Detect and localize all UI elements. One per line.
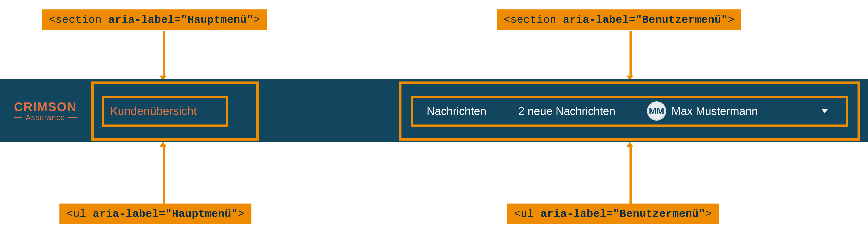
logo-main-text: CRIMSON (14, 100, 77, 114)
annotation-ul-benutzermenu: <ul aria-label="Benutzermenü"> (507, 204, 719, 224)
logo-sub-text: Assurance (14, 113, 77, 122)
annotation-code-attr: aria-label="Hauptmenü" (108, 13, 253, 26)
annotation-code-tag: <ul (66, 208, 93, 220)
annotation-code-tag: <section (504, 13, 563, 26)
user-avatar[interactable]: MM (647, 101, 666, 121)
annotation-code-close: > (728, 13, 735, 26)
annotation-code-attr: aria-label="Benutzermenü" (540, 208, 705, 220)
annotation-arrow (629, 31, 631, 76)
annotation-code-close: > (253, 13, 260, 26)
annotation-section-hauptmenu: <section aria-label="Hauptmenü"> (42, 9, 267, 30)
annotation-code-close: > (705, 208, 712, 220)
annotation-ul-hauptmenu: <ul aria-label="Hauptmenü"> (59, 204, 251, 224)
annotation-arrow-head (159, 142, 166, 147)
annotation-code-close: > (238, 208, 244, 220)
nav-item-nachrichten[interactable]: Nachrichten (427, 105, 487, 117)
notification-text[interactable]: 2 neue Nachrichten (518, 105, 615, 117)
annotation-arrow (163, 147, 165, 204)
app-logo[interactable]: CRIMSON Assurance (14, 100, 77, 122)
annotation-code-tag: <section (49, 13, 108, 26)
nav-item-kundenuebersicht[interactable]: Kundenübersicht (110, 104, 197, 117)
avatar-initials: MM (649, 106, 664, 116)
annotation-arrow (629, 147, 631, 204)
chevron-down-icon[interactable] (822, 109, 828, 113)
annotation-section-benutzermenu: <section aria-label="Benutzermenü"> (497, 9, 741, 30)
annotation-arrow (163, 31, 165, 76)
annotation-code-tag: <ul (514, 208, 540, 220)
user-name-label[interactable]: Max Mustermann (672, 105, 758, 117)
annotation-code-attr: aria-label="Hauptmenü" (93, 208, 238, 220)
annotation-code-attr: aria-label="Benutzermenü" (563, 13, 728, 26)
annotation-arrow-head (626, 142, 633, 147)
